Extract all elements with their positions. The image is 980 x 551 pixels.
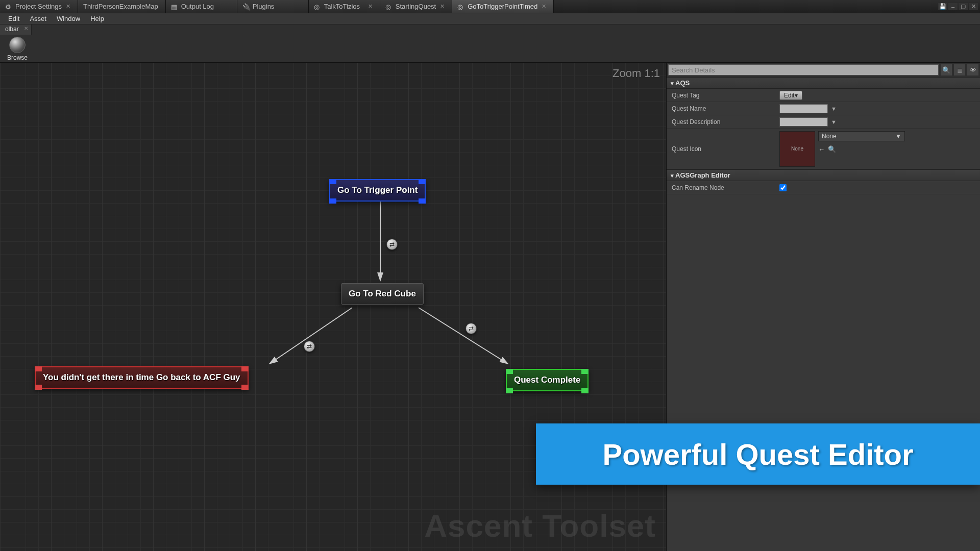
minimize-icon[interactable]: – xyxy=(948,3,958,10)
node-mid[interactable]: Go To Red Cube xyxy=(341,283,424,305)
zoom-indicator: Zoom 1:1 xyxy=(612,67,660,80)
grid xyxy=(0,63,666,63)
browse-asset-icon[interactable]: 🔍 xyxy=(828,145,836,153)
close-icon[interactable]: ✕ xyxy=(62,3,70,10)
tab-map[interactable]: ThirdPersonExampleMap xyxy=(78,0,166,13)
toolbar: olbar✕ Browse xyxy=(0,24,980,63)
tab-label: GoToTriggerPointTimed xyxy=(468,3,537,10)
chevron-down-icon[interactable]: ▼ xyxy=(831,119,837,125)
quest-name-input[interactable] xyxy=(779,104,828,113)
tab-label: ThirdPersonExampleMap xyxy=(83,3,158,10)
menu-edit[interactable]: Edit xyxy=(3,14,24,23)
search-input[interactable] xyxy=(668,64,939,76)
prop-quest-name: Quest Name ▼ xyxy=(667,102,980,115)
tab-label: Output Log xyxy=(181,3,214,10)
menu-window[interactable]: Window xyxy=(52,14,85,23)
eye-icon[interactable]: 👁 xyxy=(967,64,978,76)
menu-help[interactable]: Help xyxy=(85,14,109,23)
window-controls: 💾 – ▢ ✕ xyxy=(938,0,980,13)
node-label: Go To Red Cube xyxy=(349,289,416,298)
can-rename-checkbox[interactable] xyxy=(779,184,787,191)
category-agsgraph[interactable]: AGSGraph Editor xyxy=(667,169,980,181)
icon-dropdown[interactable]: None▼ xyxy=(818,131,905,141)
list-view-icon[interactable]: ≣ xyxy=(954,64,965,76)
asset-icon: ◎ xyxy=(314,3,321,10)
prop-quest-desc: Quest Description ▼ xyxy=(667,115,980,129)
close-icon[interactable]: ✕ xyxy=(24,26,28,31)
watermark: Ascent Toolset xyxy=(424,508,656,544)
toolbar-tab[interactable]: olbar✕ xyxy=(0,24,32,35)
dropdown-value: None xyxy=(822,133,837,140)
quest-desc-input[interactable] xyxy=(779,117,828,127)
tab-gototriggerpoint[interactable]: ◎GoToTriggerPointTimed✕ xyxy=(452,0,554,13)
search-row: 🔍 ≣ 👁 xyxy=(667,63,980,77)
node-label: You didn't get there in time Go back to … xyxy=(43,372,240,382)
menu-asset[interactable]: Asset xyxy=(24,14,52,23)
prop-quest-tag: Quest Tag Edit▾ xyxy=(667,89,980,102)
promo-banner: Powerful Quest Editor xyxy=(536,423,980,485)
browse-icon xyxy=(9,37,26,53)
prop-label: Quest Name xyxy=(667,103,776,114)
icon-preview[interactable]: None xyxy=(779,131,815,167)
node-label: Go To Trigger Point xyxy=(337,185,418,195)
tab-label: Project Settings xyxy=(15,3,62,10)
node-done[interactable]: Quest Complete xyxy=(506,369,589,391)
prop-label: Quest Tag xyxy=(667,90,776,101)
svg-line-2 xyxy=(419,308,508,364)
close-icon[interactable]: ✕ xyxy=(436,3,445,10)
use-selected-icon[interactable]: ← xyxy=(818,145,825,153)
plugin-icon: 🔌 xyxy=(242,3,250,10)
tab-output-log[interactable]: ▦Output Log xyxy=(166,0,237,13)
tab-label: Plugins xyxy=(253,3,275,10)
prop-quest-icon: Quest Icon None None▼ ← 🔍 xyxy=(667,129,980,169)
gear-icon: ⚙ xyxy=(5,3,12,10)
edit-button[interactable]: Edit▾ xyxy=(779,91,802,100)
tab-plugins[interactable]: 🔌Plugins xyxy=(237,0,309,13)
save-icon[interactable]: 💾 xyxy=(938,3,947,10)
toolbar-tab-label: olbar xyxy=(5,26,19,33)
transition-icon[interactable]: ⇄ xyxy=(465,323,477,334)
category-aqs[interactable]: AQS xyxy=(667,77,980,89)
tab-label: StartingQuest xyxy=(396,3,436,10)
node-fail[interactable]: You didn't get there in time Go back to … xyxy=(35,366,249,389)
prop-can-rename: Can Rename Node xyxy=(667,181,980,194)
menubar: Edit Asset Window Help xyxy=(0,13,980,24)
tab-project-settings[interactable]: ⚙Project Settings✕ xyxy=(0,0,78,13)
log-icon: ▦ xyxy=(171,3,178,10)
prop-label: Quest Icon xyxy=(667,143,776,155)
close-icon[interactable]: ✕ xyxy=(969,3,978,10)
chevron-down-icon: ▼ xyxy=(895,133,901,140)
window-tabs: ⚙Project Settings✕ ThirdPersonExampleMap… xyxy=(0,0,980,13)
maximize-icon[interactable]: ▢ xyxy=(959,3,968,10)
node-start[interactable]: Go To Trigger Point xyxy=(329,179,426,202)
search-icon[interactable]: 🔍 xyxy=(941,64,952,76)
transition-icon[interactable]: ⇄ xyxy=(386,239,398,250)
browse-label: Browse xyxy=(7,54,28,61)
asset-icon: ◎ xyxy=(385,3,393,10)
tab-talktotizios[interactable]: ◎TalkToTizios✕ xyxy=(309,0,380,13)
chevron-down-icon[interactable]: ▼ xyxy=(831,106,837,112)
close-icon[interactable]: ✕ xyxy=(537,3,546,10)
browse-button[interactable]: Browse xyxy=(4,36,31,62)
prop-label: Can Rename Node xyxy=(667,182,776,193)
tab-startingquest[interactable]: ◎StartingQuest✕ xyxy=(380,0,453,13)
transition-icon[interactable]: ⇄ xyxy=(304,341,315,352)
asset-icon: ◎ xyxy=(457,3,464,10)
svg-line-1 xyxy=(270,308,352,364)
prop-label: Quest Description xyxy=(667,116,776,128)
close-icon[interactable]: ✕ xyxy=(364,3,373,10)
node-label: Quest Complete xyxy=(514,375,580,385)
tab-label: TalkToTizios xyxy=(324,3,360,10)
